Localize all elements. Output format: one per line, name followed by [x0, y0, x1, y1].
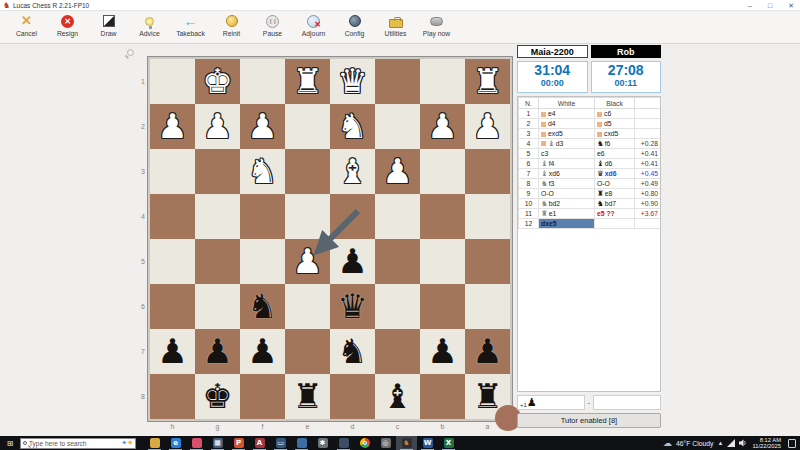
square-b7[interactable] [420, 329, 465, 374]
square-c6[interactable] [375, 284, 420, 329]
utilities-button[interactable]: Utilities [375, 13, 416, 37]
sphere-app-icon[interactable] [333, 436, 354, 450]
square-e2[interactable] [285, 104, 330, 149]
move-cell-white[interactable]: dxe5 [539, 219, 595, 229]
square-h2[interactable] [150, 104, 195, 149]
square-c5[interactable] [375, 239, 420, 284]
dial-gray-icon[interactable]: ◎ [375, 436, 396, 450]
square-h6[interactable] [150, 284, 195, 329]
move-cell-black[interactable]: e5 ?? [595, 209, 635, 219]
square-c4[interactable] [375, 194, 420, 239]
printer-icon[interactable]: ▭ [270, 436, 291, 450]
move-list[interactable]: N.WhiteBlack1e4c62d4d53exd5cxd54♝d3♞f6+0… [517, 96, 661, 392]
taskbar-search[interactable]: Type here to search ✦✦ [20, 438, 136, 449]
draw-button[interactable]: Draw [88, 13, 129, 37]
tray-chevron-icon[interactable]: ▲ [717, 440, 723, 446]
square-g5[interactable] [195, 239, 240, 284]
square-e1[interactable] [285, 59, 330, 104]
move-cell-white[interactable]: ♝d3 [539, 139, 595, 149]
browser-globe-icon[interactable]: e [165, 436, 186, 450]
square-g1[interactable] [195, 59, 240, 104]
square-b1[interactable] [420, 59, 465, 104]
square-g3[interactable] [195, 149, 240, 194]
start-button[interactable]: ⊞ [0, 439, 20, 448]
move-cell-black[interactable]: e6 [595, 149, 635, 159]
speaker-icon[interactable] [739, 439, 748, 447]
config-button[interactable]: Config [334, 13, 375, 37]
move-cell-black[interactable]: d5 [595, 119, 635, 129]
square-d3[interactable] [330, 149, 375, 194]
excel-icon[interactable]: X [438, 436, 459, 450]
resign-button[interactable]: ✕Resign [47, 13, 88, 37]
play-now-button[interactable]: Play now [416, 13, 457, 37]
clock-tray[interactable]: 8:12 AM 11/22/2025 [752, 437, 781, 450]
move-cell-white[interactable]: ♞bd2 [539, 199, 595, 209]
square-f3[interactable] [240, 149, 285, 194]
minimize-button[interactable]: – [748, 0, 752, 11]
square-a4[interactable] [465, 194, 510, 239]
word-icon[interactable]: W [417, 436, 438, 450]
square-a2[interactable] [465, 104, 510, 149]
move-cell-white[interactable]: ♝xd6 [539, 169, 595, 179]
square-f6[interactable] [240, 284, 285, 329]
move-cell-black[interactable]: c6 [595, 109, 635, 119]
reinit-button[interactable]: Reinit [211, 13, 252, 37]
pause-button[interactable]: Pause [252, 13, 293, 37]
square-h5[interactable] [150, 239, 195, 284]
board-magnifier-icon[interactable] [127, 49, 134, 56]
square-f7[interactable] [240, 329, 285, 374]
square-a7[interactable] [465, 329, 510, 374]
square-d6[interactable] [330, 284, 375, 329]
chess-board[interactable]: ♚♜♛♜♟♟♟♞♟♟♞♝♟♟♟♞♛♟♟♟♞♟♟♚♜♝♜ [147, 56, 513, 422]
square-h3[interactable] [150, 149, 195, 194]
square-b6[interactable] [420, 284, 465, 329]
lucas-chess-knight-icon[interactable]: ♞ [396, 436, 417, 450]
square-c1[interactable] [375, 59, 420, 104]
app-red-icon[interactable] [186, 436, 207, 450]
square-c3[interactable] [375, 149, 420, 194]
square-d1[interactable] [330, 59, 375, 104]
notification-center-icon[interactable] [788, 439, 796, 448]
settings-gear-icon[interactable]: ✱ [312, 436, 333, 450]
move-cell-white[interactable]: exd5 [539, 129, 595, 139]
takeback-button[interactable]: ←Takeback [170, 13, 211, 37]
square-f8[interactable] [240, 374, 285, 419]
square-g2[interactable] [195, 104, 240, 149]
square-g6[interactable] [195, 284, 240, 329]
square-g8[interactable] [195, 374, 240, 419]
square-f2[interactable] [240, 104, 285, 149]
move-cell-white[interactable]: d4 [539, 119, 595, 129]
square-h8[interactable] [150, 374, 195, 419]
square-g7[interactable] [195, 329, 240, 374]
move-cell-black[interactable]: ♞bd7 [595, 199, 635, 209]
square-e8[interactable] [285, 374, 330, 419]
file-explorer-icon[interactable] [144, 436, 165, 450]
powerpoint-icon[interactable]: P [228, 436, 249, 450]
adjourn-button[interactable]: Adjourn [293, 13, 334, 37]
square-a3[interactable] [465, 149, 510, 194]
network-icon[interactable] [727, 439, 735, 447]
square-h1[interactable] [150, 59, 195, 104]
app-blue-icon[interactable] [291, 436, 312, 450]
move-cell-black[interactable]: ♞f6 [595, 139, 635, 149]
move-cell-white[interactable]: e4 [539, 109, 595, 119]
close-button[interactable]: ✕ [788, 0, 794, 11]
square-e3[interactable] [285, 149, 330, 194]
square-e4[interactable] [285, 194, 330, 239]
square-b3[interactable] [420, 149, 465, 194]
move-cell-white[interactable]: ♝f4 [539, 159, 595, 169]
move-cell-black[interactable]: ♛xd6 [595, 169, 635, 179]
square-b8[interactable] [420, 374, 465, 419]
cancel-button[interactable]: ✕Cancel [6, 13, 47, 37]
square-a6[interactable] [465, 284, 510, 329]
move-cell-black[interactable]: O-O [595, 179, 635, 189]
square-b5[interactable] [420, 239, 465, 284]
square-a1[interactable] [465, 59, 510, 104]
square-g4[interactable] [195, 194, 240, 239]
square-c2[interactable] [375, 104, 420, 149]
square-e6[interactable] [285, 284, 330, 329]
square-e7[interactable] [285, 329, 330, 374]
square-c8[interactable] [375, 374, 420, 419]
move-cell-black[interactable]: cxd5 [595, 129, 635, 139]
square-d2[interactable] [330, 104, 375, 149]
